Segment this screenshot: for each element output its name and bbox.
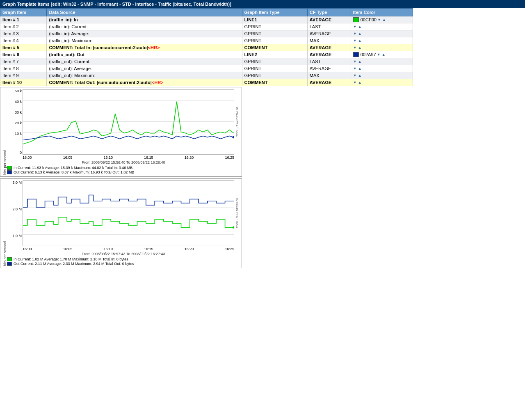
- header-subtitle: [edit: Win32 - SNMP - Informant - STD - …: [51, 2, 231, 7]
- row-move-up-button[interactable]: ▲: [382, 52, 386, 57]
- chart1-y-ticks: 50 k 40 k 30 k 20 k 10 k 0: [7, 89, 23, 155]
- chart2-caption: From 2008/09/22 15:57:43 To 2008/09/22 1…: [7, 252, 240, 256]
- chart1-body: 50 k 40 k 30 k 20 k 10 k 0: [7, 89, 240, 175]
- row-item-color: ▼▲: [351, 37, 413, 44]
- x-tick-1620-c2: 16:20: [185, 247, 194, 251]
- x-tick-1620-c1: 16:20: [185, 155, 194, 160]
- row-move-down-button[interactable]: ▼: [353, 80, 357, 84]
- row-move-down-button[interactable]: ▼: [353, 39, 357, 43]
- row-actions: ▼▲: [353, 39, 411, 43]
- row-cf-type: MAX: [307, 72, 351, 79]
- row-item-color: ▼▲: [351, 79, 413, 86]
- table-row: Item # 8(traffic_out): Average:GPRINTAVE…: [0, 65, 413, 72]
- row-item-num: Item # 5: [0, 44, 47, 51]
- row-move-up-button[interactable]: ▲: [382, 18, 386, 22]
- color-swatch[interactable]: [353, 17, 359, 22]
- chart1-caption: From 2008/09/22 15:56:40 To 2008/09/22 1…: [7, 160, 240, 164]
- row-cf-type: AVERAGE: [307, 51, 351, 58]
- row-move-up-button[interactable]: ▲: [358, 39, 362, 43]
- ytick-10k: 10 k: [15, 132, 22, 136]
- row-datasource: (traffic_in): Current:: [47, 23, 242, 30]
- ytick-20k: 20 k: [15, 121, 22, 125]
- chart2-tool-detail: TOOL - Total DETAIL08: [234, 180, 240, 246]
- table-header-row: Graph Item Data Source Graph Item Type C…: [0, 9, 413, 16]
- row-graph-type: GPRINT: [242, 65, 307, 72]
- row-datasource: COMMENT: Total In: |sum:auto:current:2:a…: [47, 44, 242, 51]
- row-move-up-button[interactable]: ▲: [358, 66, 362, 71]
- col-graph-item: Graph Item: [0, 9, 47, 16]
- chart2-y-ticks: 3.0 M 2.0 M 1.0 M: [7, 180, 23, 246]
- chart1-legend-out-text: Out Current: 6.13 k Average: 8.07 k Maxi…: [14, 170, 134, 174]
- x-tick-1600-c1: 16:00: [23, 155, 32, 160]
- row-item-color: ▼▲: [351, 23, 413, 30]
- chart2-legend-in-text: In Current: 1.02 M Average: 1.70 M Maxim…: [14, 257, 128, 261]
- row-graph-type: LINE1: [242, 16, 307, 23]
- row-move-up-button[interactable]: ▲: [358, 59, 362, 64]
- x-tick-1600-c2: 16:00: [23, 247, 32, 251]
- row-move-down-button[interactable]: ▼: [353, 32, 357, 36]
- row-move-up-button[interactable]: ▲: [358, 73, 362, 78]
- row-move-down-button[interactable]: ▼: [353, 66, 357, 71]
- x-tick-1615-c1: 16:15: [144, 155, 153, 160]
- color-swatch[interactable]: [353, 52, 359, 57]
- row-move-up-button[interactable]: ▲: [358, 32, 362, 36]
- chart2-legend: In Current: 1.02 M Average: 1.70 M Maxim…: [7, 257, 240, 266]
- charts-area: bits per second 50 k 40 k 30 k 20 k 10 k…: [0, 87, 413, 268]
- row-move-down-button[interactable]: ▼: [353, 73, 357, 78]
- x-tick-1605-c2: 16:05: [63, 247, 73, 251]
- row-actions: ▼▲: [353, 66, 411, 71]
- table-row: Item # 7(traffic_out): Current:GPRINTLAS…: [0, 58, 413, 65]
- row-datasource: (traffic_out): Current:: [47, 58, 242, 65]
- ytick-3m: 3.0 M: [12, 180, 22, 185]
- col-graph-item-type: Graph Item Type: [242, 9, 307, 16]
- row-move-up-button[interactable]: ▲: [358, 25, 362, 29]
- row-item-num: Item # 10: [0, 79, 47, 86]
- ytick-50k: 50 k: [15, 89, 22, 93]
- chart2-arrow: [232, 226, 234, 229]
- row-item-color: ▼▲: [351, 65, 413, 72]
- row-move-down-button[interactable]: ▼: [353, 25, 357, 29]
- items-table: Graph Item Data Source Graph Item Type C…: [0, 8, 413, 86]
- row-graph-type: GPRINT: [242, 23, 307, 30]
- row-move-up-button[interactable]: ▲: [358, 80, 362, 84]
- row-datasource: (traffic_out): Maximum:: [47, 72, 242, 79]
- chart2-legend-in-color: [7, 257, 12, 261]
- row-actions: 00CF00▼▲: [353, 17, 411, 22]
- row-move-down-button[interactable]: ▼: [377, 52, 381, 57]
- row-item-color: 00CF00▼▲: [351, 16, 413, 23]
- row-cf-type: AVERAGE: [307, 65, 351, 72]
- chart1-legend-in-color: [7, 166, 12, 170]
- row-datasource: (traffic_out): Average:: [47, 65, 242, 72]
- row-move-down-button[interactable]: ▼: [353, 46, 357, 50]
- table-row: Item # 5COMMENT: Total In: |sum:auto:cur…: [0, 44, 413, 51]
- row-cf-type: AVERAGE: [307, 44, 351, 51]
- row-graph-type: LINE2: [242, 51, 307, 58]
- row-graph-type: COMMENT: [242, 79, 307, 86]
- row-actions: ▼▲: [353, 80, 411, 84]
- row-cf-type: LAST: [307, 23, 351, 30]
- color-hex-label: 00CF00: [361, 17, 377, 22]
- row-item-num: Item # 9: [0, 72, 47, 79]
- row-move-up-button[interactable]: ▲: [358, 46, 362, 50]
- chart1-legend-out-color: [7, 170, 12, 174]
- col-data-source: Data Source: [47, 9, 242, 16]
- row-item-num: Item # 2: [0, 23, 47, 30]
- row-datasource: (traffic_out): Out: [47, 51, 242, 58]
- row-item-color: 002A97▼▲: [351, 51, 413, 58]
- chart2-y-axis-label: bits per second: [2, 180, 7, 266]
- row-item-num: Item # 6: [0, 51, 47, 58]
- col-cf-type: CF Type: [307, 9, 351, 16]
- table-row: Item # 2(traffic_in): Current:GPRINTLAST…: [0, 23, 413, 30]
- chart2-x-axis: 16:00 16:05 16:10 16:15 16:20 16:25: [23, 246, 234, 251]
- table-row: Item # 1(traffic_in): InLINE1AVERAGE00CF…: [0, 16, 413, 23]
- row-actions: ▼▲: [353, 46, 411, 50]
- row-move-down-button[interactable]: ▼: [353, 59, 357, 64]
- row-move-down-button[interactable]: ▼: [377, 18, 381, 22]
- chart1-arrow: [232, 136, 234, 139]
- row-item-num: Item # 7: [0, 58, 47, 65]
- chart2-container: bits per second 3.0 M 2.0 M 1.0 M: [0, 178, 242, 268]
- chart1-legend-out: Out Current: 6.13 k Average: 8.07 k Maxi…: [7, 170, 240, 174]
- chart1-legend-in: In Current: 11.93 k Average: 15.39 k Max…: [7, 166, 240, 170]
- row-cf-type: AVERAGE: [307, 16, 351, 23]
- row-cf-type: LAST: [307, 58, 351, 65]
